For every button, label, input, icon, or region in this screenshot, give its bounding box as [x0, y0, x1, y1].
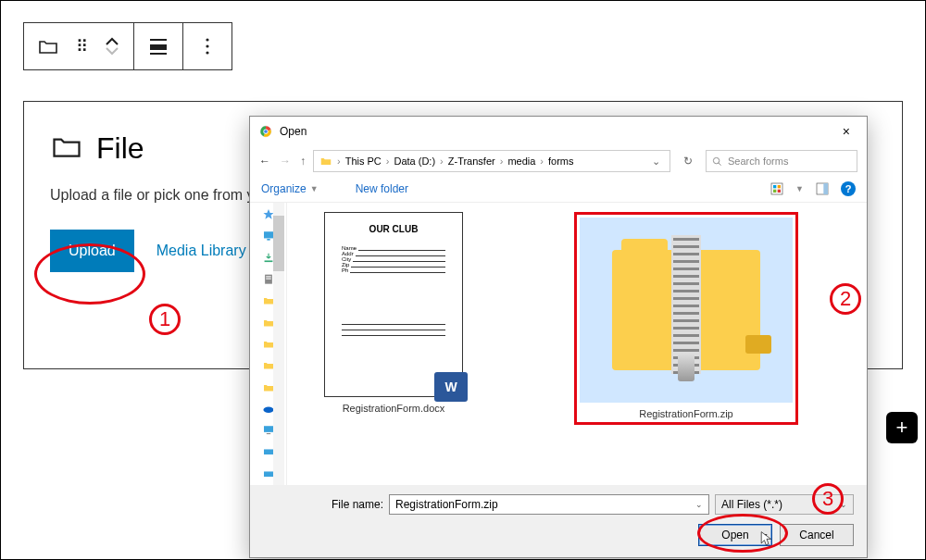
annotation-oval-upload — [34, 243, 145, 305]
annotation-circle-2: 2 — [830, 283, 861, 315]
search-placeholder: Search forms — [728, 156, 788, 167]
breadcrumb-item[interactable]: forms — [548, 156, 574, 167]
svg-rect-14 — [778, 185, 781, 188]
nav-forward-icon[interactable]: → — [280, 155, 291, 168]
add-block-button[interactable]: + — [886, 412, 918, 443]
block-toolbar: ⠿ — [23, 22, 232, 70]
media-library-link[interactable]: Media Library — [156, 243, 246, 259]
nav-up-icon[interactable]: ↑ — [300, 155, 306, 168]
file-item-zip-selected[interactable]: RegistrationForm.zip — [574, 212, 798, 425]
address-bar[interactable]: › This PC› Data (D:)› Z-Transfer› media›… — [313, 150, 670, 172]
cancel-button[interactable]: Cancel — [780, 524, 854, 546]
breadcrumb-item[interactable]: Z-Transfer — [448, 156, 495, 167]
docx-thumbnail: OUR CLUB Name Addr City Zip Ph W — [324, 212, 463, 397]
breadcrumb-dropdown-icon[interactable]: ⌄ — [648, 156, 664, 168]
quick-access-sidebar[interactable] — [250, 203, 287, 485]
close-icon[interactable]: × — [835, 122, 857, 141]
svg-point-4 — [206, 44, 208, 47]
align-icon[interactable] — [147, 35, 169, 57]
file-name-input[interactable]: RegistrationForm.zip ⌄ — [389, 494, 709, 515]
open-file-dialog: Open × ← → ↑ › This PC› Data (D:)› Z-Tra… — [249, 116, 868, 558]
file-label: RegistrationForm.zip — [639, 408, 732, 419]
svg-rect-21 — [267, 239, 269, 241]
file-list: OUR CLUB Name Addr City Zip Ph W Registr… — [287, 203, 867, 485]
svg-rect-16 — [778, 190, 781, 193]
svg-rect-0 — [150, 44, 167, 50]
zip-thumbnail — [580, 218, 793, 403]
svg-rect-25 — [266, 278, 271, 279]
breadcrumb-item[interactable]: media — [507, 156, 535, 167]
breadcrumb-item[interactable]: Data (D:) — [394, 156, 435, 167]
file-label: RegistrationForm.docx — [343, 403, 445, 414]
svg-rect-28 — [266, 433, 269, 434]
svg-point-26 — [263, 406, 273, 413]
svg-rect-15 — [773, 190, 776, 193]
file-name-label: File name: — [263, 498, 383, 511]
folder-icon[interactable] — [37, 35, 59, 57]
drag-handle-icon[interactable]: ⠿ — [70, 35, 93, 57]
svg-rect-24 — [266, 276, 271, 277]
svg-line-11 — [719, 162, 721, 165]
preview-pane-icon[interactable] — [815, 181, 830, 196]
new-folder-link[interactable]: New folder — [356, 182, 408, 195]
move-up-down[interactable] — [104, 37, 120, 56]
chevron-down-icon[interactable]: ⌄ — [695, 500, 703, 509]
svg-rect-22 — [264, 260, 272, 262]
organize-menu[interactable]: Organize — [261, 182, 307, 195]
svg-point-3 — [206, 38, 208, 41]
search-icon — [712, 156, 722, 167]
svg-point-9 — [264, 130, 268, 133]
svg-rect-29 — [264, 450, 273, 455]
zip-folder-icon — [612, 250, 760, 370]
view-thumbnails-icon[interactable] — [770, 181, 784, 196]
chrome-icon — [259, 125, 272, 138]
svg-point-10 — [713, 157, 719, 163]
svg-rect-27 — [264, 426, 273, 432]
nav-back-icon[interactable]: ← — [259, 155, 270, 168]
annotation-circle-1: 1 — [149, 304, 181, 335]
svg-marker-19 — [263, 209, 273, 219]
more-icon[interactable] — [196, 35, 219, 57]
view-dropdown-icon[interactable]: ▼ — [795, 184, 804, 193]
breadcrumb-item[interactable]: This PC — [345, 156, 382, 167]
svg-rect-13 — [773, 185, 776, 188]
svg-rect-18 — [823, 183, 828, 194]
qa-scrollbar-thumb[interactable] — [273, 216, 284, 271]
dialog-title: Open — [280, 125, 307, 138]
folder-small-icon — [319, 155, 332, 168]
help-icon[interactable]: ? — [841, 181, 856, 196]
file-item-docx[interactable]: OUR CLUB Name Addr City Zip Ph W Registr… — [324, 212, 463, 414]
svg-point-5 — [206, 51, 208, 54]
file-icon — [50, 130, 83, 167]
svg-rect-12 — [771, 183, 782, 194]
file-title: File — [96, 131, 144, 166]
refresh-icon[interactable]: ↻ — [678, 155, 698, 168]
svg-rect-30 — [264, 471, 273, 477]
svg-rect-20 — [264, 232, 273, 239]
annotation-circle-3: 3 — [812, 483, 844, 515]
search-input[interactable]: Search forms — [706, 150, 857, 172]
annotation-oval-open — [697, 514, 788, 553]
word-badge-icon: W — [434, 372, 468, 402]
dialog-titlebar: Open × — [250, 117, 867, 146]
